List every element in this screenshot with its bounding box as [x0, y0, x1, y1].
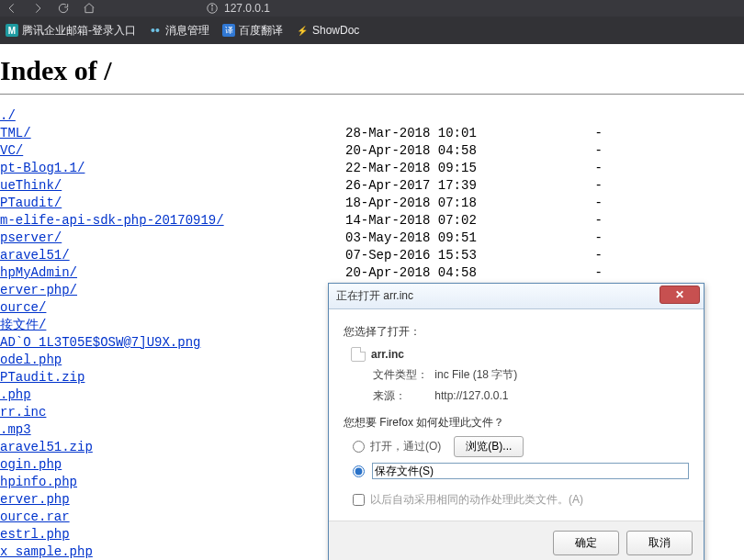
listing-size: -: [566, 264, 603, 282]
listing-size: -: [566, 125, 603, 142]
reload-icon[interactable]: [57, 2, 70, 15]
listing-link[interactable]: odel.php: [0, 353, 62, 367]
listing-link[interactable]: TML/: [0, 126, 31, 140]
open-with-label: 打开，通过(O): [370, 439, 441, 454]
bookmark-icon: M: [6, 24, 18, 37]
listing-row: VC/20-Apr-2018 04:58-: [0, 142, 744, 160]
save-file-option[interactable]: [353, 463, 689, 479]
save-file-radio[interactable]: [353, 465, 365, 477]
listing-link[interactable]: hpMyAdmin/: [0, 265, 77, 280]
listing-row: TML/28-Mar-2018 10:01-: [0, 125, 744, 142]
dialog-body: 您选择了打开： arr.inc 文件类型： inc File (18 字节) 来…: [329, 309, 704, 521]
listing-date: 22-Mar-2018 09:15: [345, 160, 566, 177]
listing-link[interactable]: AD`O_1L3T05E$OSW@7]U9X.png: [0, 335, 200, 350]
listing-link[interactable]: pserver/: [0, 230, 62, 245]
listing-link[interactable]: ogin.php: [0, 457, 62, 472]
filetype-label: 文件类型：: [373, 367, 432, 383]
listing-size: -: [566, 142, 603, 160]
listing-link[interactable]: m-elife-api-sdk-php-20170919/: [0, 213, 224, 228]
listing-size: -: [566, 230, 603, 247]
ok-button[interactable]: 确定: [553, 531, 619, 555]
listing-link[interactable]: estrl.php: [0, 527, 70, 542]
source-value: http://127.0.0.1: [434, 389, 508, 402]
file-row: arr.inc: [351, 347, 689, 362]
listing-link[interactable]: VC/: [0, 143, 23, 158]
close-button[interactable]: ✕: [659, 286, 700, 304]
listing-date: 18-Apr-2018 07:18: [345, 195, 566, 212]
info-icon: [206, 2, 219, 15]
remember-label: 以后自动采用相同的动作处理此类文件。(A): [370, 492, 583, 508]
listing-link[interactable]: rr.inc: [0, 405, 46, 420]
listing-link[interactable]: erver-php/: [0, 283, 77, 297]
filename-text: arr.inc: [371, 348, 404, 361]
forward-icon[interactable]: [31, 2, 44, 15]
listing-link[interactable]: .php: [0, 387, 31, 402]
listing-row: aravel51/07-Sep-2016 15:53-: [0, 247, 744, 264]
listing-link[interactable]: aravel51/: [0, 248, 70, 263]
source-row: 来源： http://127.0.0.1: [373, 388, 689, 404]
bookmark-item[interactable]: ••消息管理: [149, 23, 209, 39]
listing-row: PTaudit/18-Apr-2018 07:18-: [0, 195, 744, 212]
listing-link[interactable]: erver.php: [0, 492, 70, 507]
separator: [0, 94, 744, 95]
address-bar[interactable]: 127.0.0.1: [206, 2, 270, 15]
listing-size: -: [566, 160, 603, 177]
listing-size: [566, 107, 603, 125]
download-dialog: 正在打开 arr.inc ✕ 您选择了打开： arr.inc 文件类型： inc…: [328, 283, 705, 560]
remember-checkbox[interactable]: [353, 494, 365, 506]
page-title: Index of /: [0, 55, 744, 86]
listing-size: -: [566, 247, 603, 264]
listing-link[interactable]: ueThink/: [0, 178, 62, 193]
bookmark-item[interactable]: ⚡ShowDoc: [296, 24, 359, 37]
listing-link[interactable]: aravel51.zip: [0, 440, 93, 454]
nav-icons: [6, 2, 96, 15]
browse-button[interactable]: 浏览(B)...: [454, 436, 524, 457]
home-icon[interactable]: [83, 2, 96, 15]
address-text: 127.0.0.1: [224, 2, 270, 15]
listing-link[interactable]: ource/: [0, 300, 46, 315]
bookmark-item[interactable]: M腾讯企业邮箱-登录入口: [6, 23, 136, 39]
filetype-value: inc File (18 字节): [434, 368, 517, 381]
cancel-button[interactable]: 取消: [626, 531, 693, 555]
bookmark-icon: ⚡: [296, 24, 309, 37]
you-chose-label: 您选择了打开：: [344, 324, 689, 340]
close-icon: ✕: [675, 288, 684, 301]
question-text: 您想要 Firefox 如何处理此文件？: [344, 415, 689, 431]
listing-date: [345, 107, 566, 125]
listing-link[interactable]: hpinfo.php: [0, 475, 77, 489]
file-icon: [351, 347, 366, 362]
open-with-option[interactable]: 打开，通过(O) 浏览(B)...: [353, 436, 689, 457]
bookmarks-bar: M腾讯企业邮箱-登录入口••消息管理译百度翻译⚡ShowDoc: [0, 17, 744, 44]
open-with-radio[interactable]: [353, 441, 365, 453]
listing-link[interactable]: 接文件/: [0, 318, 46, 332]
listing-date: 28-Mar-2018 10:01: [345, 125, 566, 142]
browser-toolbar: 127.0.0.1: [0, 0, 744, 17]
bookmark-label: 消息管理: [165, 23, 209, 39]
listing-row: pserver/03-May-2018 09:51-: [0, 230, 744, 247]
listing-date: 20-Apr-2018 04:58: [345, 264, 566, 282]
listing-link[interactable]: x_sample.php: [0, 544, 93, 559]
listing-link[interactable]: PTaudit/: [0, 196, 62, 210]
dialog-titlebar[interactable]: 正在打开 arr.inc ✕: [329, 284, 704, 309]
save-file-field[interactable]: [372, 463, 689, 479]
listing-link[interactable]: PTaudit.zip: [0, 370, 85, 385]
dialog-title-text: 正在打开 arr.inc: [336, 288, 413, 304]
listing-date: 14-Mar-2018 07:02: [345, 212, 566, 230]
listing-link[interactable]: ource.rar: [0, 510, 70, 524]
listing-link[interactable]: pt-Blog1.1/: [0, 161, 85, 175]
listing-row: pt-Blog1.1/22-Mar-2018 09:15-: [0, 160, 744, 177]
listing-date: 26-Apr-2017 17:39: [345, 177, 566, 195]
listing-link[interactable]: .mp3: [0, 422, 31, 437]
listing-row: m-elife-api-sdk-php-20170919/14-Mar-2018…: [0, 212, 744, 230]
listing-date: 07-Sep-2016 15:53: [345, 247, 566, 264]
listing-link[interactable]: ./: [0, 108, 16, 123]
source-label: 来源：: [373, 388, 432, 404]
listing-size: -: [566, 212, 603, 230]
remember-row[interactable]: 以后自动采用相同的动作处理此类文件。(A): [353, 492, 689, 508]
listing-date: 20-Apr-2018 04:58: [345, 142, 566, 160]
bookmark-label: 腾讯企业邮箱-登录入口: [22, 23, 136, 39]
back-icon[interactable]: [6, 2, 18, 15]
bookmark-label: ShowDoc: [312, 24, 359, 37]
bookmark-item[interactable]: 译百度翻译: [222, 23, 283, 39]
bookmark-icon: ••: [149, 24, 162, 37]
